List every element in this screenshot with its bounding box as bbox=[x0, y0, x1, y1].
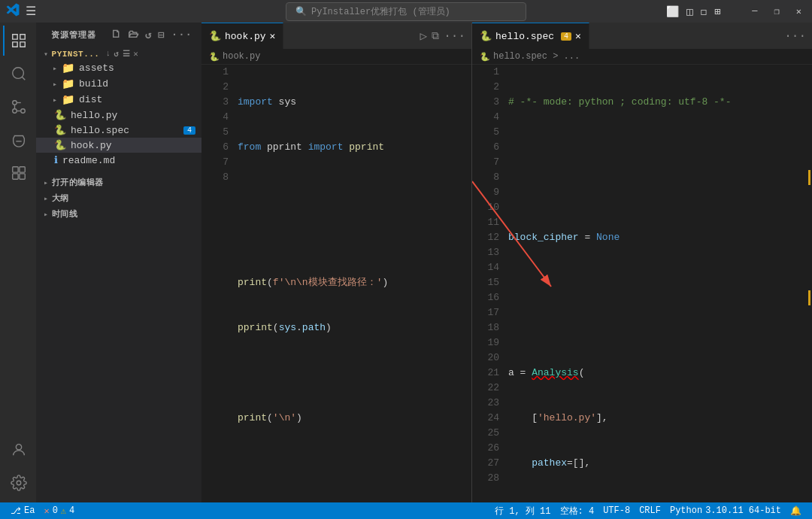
indentation[interactable]: 空格: 4 bbox=[556, 505, 599, 517]
close-button[interactable]: ✕ bbox=[792, 5, 806, 19]
spec-badge: 4 bbox=[183, 126, 195, 135]
tab-hook-py[interactable]: 🐍 hook.py ✕ bbox=[201, 23, 283, 49]
file-label: hello.py bbox=[71, 110, 117, 121]
settings-activity-icon[interactable] bbox=[3, 468, 33, 498]
close-tree-icon[interactable]: ✕ bbox=[133, 49, 138, 59]
timeline-section[interactable]: ▸ 时间线 bbox=[36, 205, 201, 221]
python-icon: 🐍 bbox=[54, 124, 66, 136]
errors-status[interactable]: ✕ 0 ⚠ 4 bbox=[39, 505, 79, 517]
file-readme-md[interactable]: ℹ readme.md bbox=[36, 153, 201, 168]
editor-area: 🐍 hook.py ✕ ▷ ⧉ ··· 🐍 hook.py bbox=[201, 23, 812, 502]
folder-label: dist bbox=[79, 94, 102, 105]
code-editor-left[interactable]: 1 2 3 4 5 6 7 8 import sys from pprint i… bbox=[201, 65, 471, 502]
more-actions-icon[interactable]: ··· bbox=[444, 29, 465, 43]
sync-icon[interactable]: ↓ bbox=[105, 49, 111, 59]
split-icon[interactable]: ⧉ bbox=[432, 30, 439, 42]
code-line: a = Analysis( bbox=[508, 366, 812, 381]
file-label: readme.md bbox=[62, 155, 115, 166]
language-mode[interactable]: Python 3.10.11 64-bit bbox=[665, 505, 786, 516]
notification-bell[interactable]: 🔔 bbox=[786, 505, 806, 517]
search-bar[interactable]: 🔍 PyInstaller优雅打包 (管理员) bbox=[286, 2, 526, 21]
maximize-button[interactable]: ❐ bbox=[770, 5, 784, 19]
debug-activity-icon[interactable] bbox=[3, 125, 33, 155]
language-text: Python bbox=[670, 505, 702, 516]
code-line: # -*- mode: python ; coding: utf-8 -*- bbox=[508, 95, 812, 110]
encoding-text: UTF-8 bbox=[603, 505, 630, 516]
new-folder-icon[interactable]: 🗁 bbox=[128, 29, 139, 41]
extensions-activity-icon[interactable] bbox=[3, 158, 33, 188]
title-bar: ☰ 🔍 PyInstaller优雅打包 (管理员) ⬜ ◫ ◻ ⊞ — ❐ ✕ bbox=[0, 0, 812, 23]
sidebar-header-icons: 🗋 🗁 ↺ ⊟ ··· bbox=[111, 29, 192, 41]
vscode-logo bbox=[6, 3, 20, 20]
svg-rect-12 bbox=[20, 174, 25, 179]
error-count: 0 bbox=[53, 505, 58, 516]
tab-close-button[interactable]: ✕ bbox=[270, 30, 276, 42]
encoding[interactable]: UTF-8 bbox=[598, 505, 635, 516]
warning-count: 4 bbox=[69, 505, 74, 516]
refresh-files-icon[interactable]: ↺ bbox=[114, 49, 120, 59]
menu-icon[interactable]: ☰ bbox=[123, 49, 131, 59]
sidebar: 资源管理器 🗋 🗁 ↺ ⊟ ··· ▾ PYINST... ↓ ↺ ☰ ✕ bbox=[36, 23, 201, 502]
chevron-right-icon: ▸ bbox=[53, 96, 57, 105]
panel-tabs-right: 🐍 hello.spec 4 ✕ ··· bbox=[472, 23, 812, 49]
svg-point-0 bbox=[13, 68, 24, 79]
svg-rect-10 bbox=[20, 167, 25, 172]
code-content-left: import sys from pprint import pprint pri… bbox=[235, 65, 471, 502]
code-line: from pprint import pprint bbox=[238, 140, 471, 155]
code-line bbox=[238, 366, 471, 381]
tab-close-button-right[interactable]: ✕ bbox=[575, 30, 581, 42]
folder-build[interactable]: ▸ 📁 build bbox=[36, 76, 201, 92]
more-actions-icon[interactable]: ··· bbox=[784, 29, 806, 43]
code-editor-right[interactable]: 1 2 3 4 5 6 7 8 9 10 11 12 13 14 bbox=[472, 65, 812, 502]
layout-icon-4[interactable]: ⊞ bbox=[714, 5, 720, 18]
code-line bbox=[238, 185, 471, 200]
title-bar-left: ☰ bbox=[6, 3, 36, 20]
title-bar-center: 🔍 PyInstaller优雅打包 (管理员) bbox=[286, 2, 526, 21]
git-branch[interactable]: ⎇ Ea bbox=[6, 505, 39, 517]
breadcrumb-text: hook.py bbox=[223, 51, 260, 62]
refresh-icon[interactable]: ↺ bbox=[145, 29, 152, 41]
folder-label: assets bbox=[79, 62, 114, 74]
code-content-right: # -*- mode: python ; coding: utf-8 -*- b… bbox=[505, 65, 812, 502]
scroll-marker-2 bbox=[808, 290, 810, 305]
hamburger-menu[interactable]: ☰ bbox=[26, 4, 36, 19]
code-line bbox=[508, 185, 812, 200]
svg-line-1 bbox=[22, 77, 25, 80]
accounts-activity-icon[interactable] bbox=[3, 435, 33, 465]
folder-icon: 📁 bbox=[62, 77, 74, 90]
source-control-activity-icon[interactable] bbox=[3, 92, 33, 122]
run-icon[interactable]: ▷ bbox=[420, 29, 428, 44]
layout-icon-3[interactable]: ◻ bbox=[700, 5, 706, 18]
layout-icon-2[interactable]: ◫ bbox=[686, 5, 692, 18]
tab-hello-spec[interactable]: 🐍 hello.spec 4 ✕ bbox=[472, 23, 589, 49]
file-hello-spec[interactable]: 🐍 hello.spec 4 bbox=[36, 123, 201, 138]
more-icon[interactable]: ··· bbox=[171, 29, 192, 41]
branch-label: Ea bbox=[24, 505, 35, 516]
search-activity-icon[interactable] bbox=[3, 59, 33, 89]
sidebar-header: 资源管理器 🗋 🗁 ↺ ⊟ ··· bbox=[36, 23, 201, 44]
line-ending[interactable]: CRLF bbox=[635, 505, 665, 516]
breadcrumb-text: hello.spec > ... bbox=[493, 51, 580, 62]
outline-section[interactable]: ▸ 大纲 bbox=[36, 190, 201, 205]
editor-panels: 🐍 hook.py ✕ ▷ ⧉ ··· 🐍 hook.py bbox=[201, 23, 812, 502]
new-file-icon[interactable]: 🗋 bbox=[111, 29, 122, 41]
chevron-right-icon: ▸ bbox=[53, 80, 57, 89]
layout-icon-1[interactable]: ⬜ bbox=[666, 5, 679, 18]
error-icon: ✕ bbox=[44, 505, 49, 517]
cursor-position[interactable]: 行 1, 列 11 bbox=[490, 505, 555, 517]
status-bar: ⎇ Ea ✕ 0 ⚠ 4 行 1, 列 11 空格: 4 UTF-8 CRLF … bbox=[0, 502, 812, 519]
editor-panel-right: 🐍 hello.spec 4 ✕ ··· 🐍 hello.spec > ... bbox=[472, 23, 812, 502]
folder-dist[interactable]: ▸ 📁 dist bbox=[36, 92, 201, 108]
project-root[interactable]: ▾ PYINST... ↓ ↺ ☰ ✕ bbox=[36, 47, 201, 60]
panel-tab-actions-right: ··· bbox=[778, 23, 812, 49]
open-editors-section[interactable]: ▸ 打开的编辑器 bbox=[36, 174, 201, 190]
folder-assets[interactable]: ▸ 📁 assets bbox=[36, 60, 201, 76]
file-label: hello.spec bbox=[71, 125, 129, 136]
collapse-icon[interactable]: ⊟ bbox=[158, 29, 165, 41]
explorer-activity-icon[interactable] bbox=[3, 26, 33, 56]
minimize-button[interactable]: — bbox=[747, 5, 762, 18]
file-hook-py[interactable]: 🐍 hook.py bbox=[36, 138, 201, 153]
file-hello-py[interactable]: 🐍 hello.py bbox=[36, 108, 201, 123]
folder-label: build bbox=[79, 78, 108, 90]
root-icons: ↓ ↺ ☰ ✕ bbox=[105, 49, 138, 59]
